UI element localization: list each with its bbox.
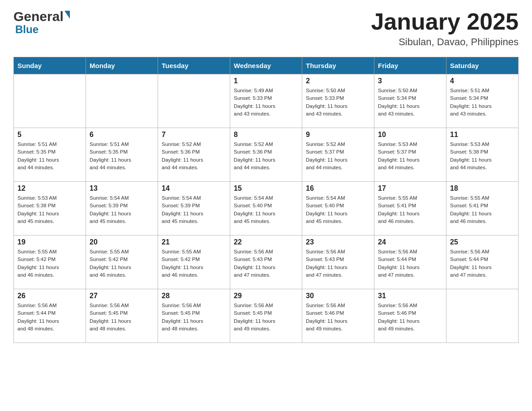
cell-date-number: 8	[234, 131, 298, 139]
cell-sun-info: Sunrise: 5:56 AMSunset: 5:44 PMDaylight:…	[378, 248, 442, 279]
cell-sun-info: Sunrise: 5:54 AMSunset: 5:40 PMDaylight:…	[234, 194, 298, 225]
cell-date-number: 11	[450, 131, 515, 139]
calendar-table: SundayMondayTuesdayWednesdayThursdayFrid…	[13, 57, 519, 343]
logo-triangle-icon	[64, 11, 70, 19]
calendar-cell: 2Sunrise: 5:50 AMSunset: 5:33 PMDaylight…	[302, 74, 374, 128]
calendar-cell: 17Sunrise: 5:55 AMSunset: 5:41 PMDayligh…	[374, 182, 446, 235]
cell-date-number: 14	[162, 184, 226, 193]
cell-sun-info: Sunrise: 5:50 AMSunset: 5:33 PMDaylight:…	[306, 87, 370, 118]
day-header-wednesday: Wednesday	[230, 57, 302, 74]
calendar-cell: 23Sunrise: 5:56 AMSunset: 5:43 PMDayligh…	[302, 235, 374, 289]
cell-sun-info: Sunrise: 5:55 AMSunset: 5:41 PMDaylight:…	[450, 194, 515, 225]
week-row-4: 19Sunrise: 5:55 AMSunset: 5:42 PMDayligh…	[14, 235, 519, 289]
cell-date-number: 9	[306, 131, 370, 139]
calendar-cell: 12Sunrise: 5:53 AMSunset: 5:38 PMDayligh…	[14, 182, 86, 235]
calendar-cell: 31Sunrise: 5:56 AMSunset: 5:46 PMDayligh…	[374, 289, 446, 343]
cell-date-number: 3	[378, 77, 442, 85]
calendar-cell: 28Sunrise: 5:56 AMSunset: 5:45 PMDayligh…	[158, 289, 230, 343]
cell-sun-info: Sunrise: 5:52 AMSunset: 5:36 PMDaylight:…	[162, 141, 226, 171]
cell-date-number: 2	[306, 77, 370, 85]
week-row-1: 1Sunrise: 5:49 AMSunset: 5:33 PMDaylight…	[14, 74, 519, 128]
cell-sun-info: Sunrise: 5:52 AMSunset: 5:37 PMDaylight:…	[306, 141, 370, 171]
calendar-cell: 30Sunrise: 5:56 AMSunset: 5:46 PMDayligh…	[302, 289, 374, 343]
calendar-cell: 1Sunrise: 5:49 AMSunset: 5:33 PMDaylight…	[230, 74, 302, 128]
cell-date-number: 20	[90, 238, 154, 246]
cell-sun-info: Sunrise: 5:56 AMSunset: 5:46 PMDaylight:…	[306, 302, 370, 333]
calendar-cell: 8Sunrise: 5:52 AMSunset: 5:36 PMDaylight…	[230, 128, 302, 182]
calendar-cell: 16Sunrise: 5:54 AMSunset: 5:40 PMDayligh…	[302, 182, 374, 235]
calendar-cell: 11Sunrise: 5:53 AMSunset: 5:38 PMDayligh…	[446, 128, 519, 182]
cell-date-number: 28	[162, 292, 226, 300]
cell-date-number: 25	[450, 238, 515, 246]
cell-date-number: 13	[90, 184, 154, 193]
logo: General Blue	[13, 9, 70, 36]
calendar-cell: 13Sunrise: 5:54 AMSunset: 5:39 PMDayligh…	[86, 182, 158, 235]
cell-date-number: 29	[234, 292, 298, 300]
day-header-monday: Monday	[86, 57, 158, 74]
cell-sun-info: Sunrise: 5:51 AMSunset: 5:34 PMDaylight:…	[450, 87, 515, 118]
cell-date-number: 22	[234, 238, 298, 246]
title-block: January 2025 Sibulan, Davao, Philippines	[371, 9, 519, 48]
calendar-cell: 21Sunrise: 5:55 AMSunset: 5:42 PMDayligh…	[158, 235, 230, 289]
cell-sun-info: Sunrise: 5:56 AMSunset: 5:45 PMDaylight:…	[162, 302, 226, 333]
cell-date-number: 21	[162, 238, 226, 246]
cell-sun-info: Sunrise: 5:50 AMSunset: 5:34 PMDaylight:…	[378, 87, 442, 118]
calendar-cell: 25Sunrise: 5:56 AMSunset: 5:44 PMDayligh…	[446, 235, 519, 289]
calendar-cell: 10Sunrise: 5:53 AMSunset: 5:37 PMDayligh…	[374, 128, 446, 182]
cell-sun-info: Sunrise: 5:54 AMSunset: 5:39 PMDaylight:…	[162, 194, 226, 225]
day-headers-row: SundayMondayTuesdayWednesdayThursdayFrid…	[14, 57, 519, 74]
calendar-cell: 24Sunrise: 5:56 AMSunset: 5:44 PMDayligh…	[374, 235, 446, 289]
cell-sun-info: Sunrise: 5:56 AMSunset: 5:46 PMDaylight:…	[378, 302, 442, 333]
calendar-header: SundayMondayTuesdayWednesdayThursdayFrid…	[14, 57, 519, 74]
day-header-tuesday: Tuesday	[158, 57, 230, 74]
cell-sun-info: Sunrise: 5:55 AMSunset: 5:42 PMDaylight:…	[162, 248, 226, 279]
calendar-cell	[158, 74, 230, 128]
calendar-cell: 15Sunrise: 5:54 AMSunset: 5:40 PMDayligh…	[230, 182, 302, 235]
logo-blue-text: Blue	[15, 23, 39, 36]
cell-date-number: 16	[306, 184, 370, 193]
day-header-saturday: Saturday	[446, 57, 519, 74]
cell-sun-info: Sunrise: 5:52 AMSunset: 5:36 PMDaylight:…	[234, 141, 298, 171]
page-header: General Blue January 2025 Sibulan, Davao…	[13, 9, 519, 48]
calendar-cell: 4Sunrise: 5:51 AMSunset: 5:34 PMDaylight…	[446, 74, 519, 128]
calendar-cell: 22Sunrise: 5:56 AMSunset: 5:43 PMDayligh…	[230, 235, 302, 289]
cell-date-number: 6	[90, 131, 154, 139]
week-row-3: 12Sunrise: 5:53 AMSunset: 5:38 PMDayligh…	[14, 182, 519, 235]
calendar-cell: 3Sunrise: 5:50 AMSunset: 5:34 PMDaylight…	[374, 74, 446, 128]
calendar-cell: 19Sunrise: 5:55 AMSunset: 5:42 PMDayligh…	[14, 235, 86, 289]
calendar-cell: 7Sunrise: 5:52 AMSunset: 5:36 PMDaylight…	[158, 128, 230, 182]
cell-date-number: 7	[162, 131, 226, 139]
cell-sun-info: Sunrise: 5:53 AMSunset: 5:37 PMDaylight:…	[378, 141, 442, 171]
calendar-cell: 29Sunrise: 5:56 AMSunset: 5:45 PMDayligh…	[230, 289, 302, 343]
calendar-cell: 5Sunrise: 5:51 AMSunset: 5:35 PMDaylight…	[14, 128, 86, 182]
cell-date-number: 1	[234, 77, 298, 85]
week-row-5: 26Sunrise: 5:56 AMSunset: 5:44 PMDayligh…	[14, 289, 519, 343]
calendar-cell: 26Sunrise: 5:56 AMSunset: 5:44 PMDayligh…	[14, 289, 86, 343]
calendar-cell: 18Sunrise: 5:55 AMSunset: 5:41 PMDayligh…	[446, 182, 519, 235]
cell-sun-info: Sunrise: 5:56 AMSunset: 5:44 PMDaylight:…	[17, 302, 82, 333]
cell-date-number: 23	[306, 238, 370, 246]
week-row-2: 5Sunrise: 5:51 AMSunset: 5:35 PMDaylight…	[14, 128, 519, 182]
cell-sun-info: Sunrise: 5:56 AMSunset: 5:44 PMDaylight:…	[450, 248, 515, 279]
calendar-cell: 27Sunrise: 5:56 AMSunset: 5:45 PMDayligh…	[86, 289, 158, 343]
logo-general-text: General	[13, 9, 64, 24]
cell-date-number: 27	[90, 292, 154, 300]
cell-date-number: 12	[17, 184, 82, 193]
cell-date-number: 4	[450, 77, 515, 85]
calendar-cell: 20Sunrise: 5:55 AMSunset: 5:42 PMDayligh…	[86, 235, 158, 289]
cell-sun-info: Sunrise: 5:56 AMSunset: 5:43 PMDaylight:…	[234, 248, 298, 279]
cell-sun-info: Sunrise: 5:56 AMSunset: 5:45 PMDaylight:…	[90, 302, 154, 333]
cell-sun-info: Sunrise: 5:54 AMSunset: 5:40 PMDaylight:…	[306, 194, 370, 225]
cell-date-number: 17	[378, 184, 442, 193]
cell-date-number: 31	[378, 292, 442, 300]
cell-sun-info: Sunrise: 5:51 AMSunset: 5:35 PMDaylight:…	[90, 141, 154, 171]
calendar-body: 1Sunrise: 5:49 AMSunset: 5:33 PMDaylight…	[14, 74, 519, 343]
cell-sun-info: Sunrise: 5:49 AMSunset: 5:33 PMDaylight:…	[234, 87, 298, 118]
day-header-thursday: Thursday	[302, 57, 374, 74]
calendar-cell: 6Sunrise: 5:51 AMSunset: 5:35 PMDaylight…	[86, 128, 158, 182]
cell-sun-info: Sunrise: 5:55 AMSunset: 5:42 PMDaylight:…	[90, 248, 154, 279]
cell-sun-info: Sunrise: 5:51 AMSunset: 5:35 PMDaylight:…	[17, 141, 82, 171]
cell-sun-info: Sunrise: 5:53 AMSunset: 5:38 PMDaylight:…	[17, 194, 82, 225]
calendar-cell	[14, 74, 86, 128]
calendar-cell	[86, 74, 158, 128]
